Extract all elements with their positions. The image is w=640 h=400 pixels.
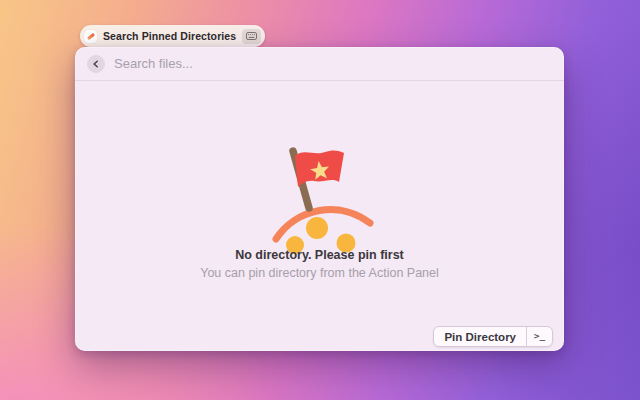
back-button[interactable] bbox=[87, 55, 105, 73]
command-pill[interactable]: Search Pinned Directories bbox=[80, 25, 265, 47]
empty-state-subtitle: You can pin directory from the Action Pa… bbox=[75, 266, 564, 280]
keyboard-icon bbox=[246, 32, 257, 40]
empty-state-title: No directory. Please pin first bbox=[75, 248, 564, 262]
chevron-left-icon bbox=[91, 59, 101, 69]
launcher-window: No directory. Please pin first You can p… bbox=[75, 47, 564, 351]
command-pill-label: Search Pinned Directories bbox=[103, 30, 236, 43]
search-header bbox=[75, 47, 564, 81]
search-input[interactable] bbox=[114, 47, 552, 80]
terminal-prompt-icon: >_ bbox=[534, 330, 545, 341]
footer-action-group: Pin Directory >_ bbox=[433, 326, 553, 347]
pencil-icon bbox=[84, 30, 97, 43]
pin-directory-button[interactable]: Pin Directory bbox=[434, 327, 526, 346]
coin bbox=[306, 217, 328, 239]
action-panel-button[interactable]: >_ bbox=[527, 327, 552, 346]
hotkey-badge[interactable] bbox=[242, 29, 261, 44]
flag-on-mound-illustration bbox=[265, 143, 375, 257]
